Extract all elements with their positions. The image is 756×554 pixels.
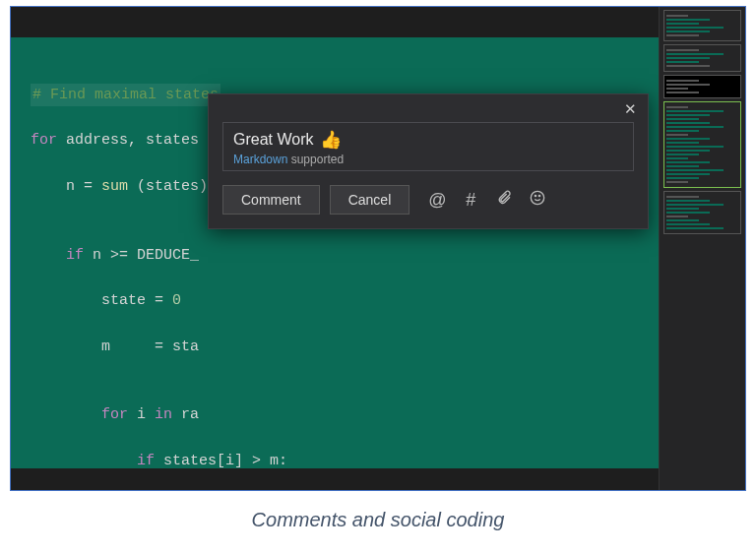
svg-point-0 (532, 191, 544, 204)
svg-point-1 (536, 195, 536, 196)
svg-point-2 (539, 195, 540, 196)
minimap-section[interactable] (663, 44, 741, 72)
comment-button[interactable]: Comment (222, 185, 320, 215)
close-icon[interactable]: ✕ (620, 100, 640, 120)
minimap-section-active[interactable] (663, 101, 741, 188)
code-comment: # Find maximal states (31, 84, 220, 106)
minimap-section[interactable] (663, 75, 741, 98)
minimap-section[interactable] (663, 10, 741, 41)
markdown-link[interactable]: Markdown (233, 153, 287, 166)
code-editor[interactable]: # Find maximal states for address, state… (11, 7, 659, 490)
hash-icon[interactable]: # (461, 190, 480, 211)
figure-caption: Comments and social coding (0, 495, 756, 531)
comment-popup: ✕ Great Work 👍 Markdown supported Commen… (208, 93, 649, 229)
mention-icon[interactable]: @ (427, 190, 447, 211)
minimap[interactable] (659, 7, 745, 490)
minimap-section[interactable] (663, 191, 741, 234)
markdown-hint: Markdown supported (233, 153, 623, 166)
screenshot-frame: # Find maximal states for address, state… (10, 6, 746, 491)
cancel-button[interactable]: Cancel (330, 185, 410, 215)
emoji-icon[interactable] (528, 190, 547, 211)
comment-input[interactable]: Great Work 👍 Markdown supported (222, 122, 634, 171)
attachment-icon[interactable] (494, 190, 514, 211)
comment-text: Great Work (233, 131, 314, 149)
code-block: # Find maximal states for address, state… (11, 7, 659, 490)
thumbs-up-icon: 👍 (320, 129, 342, 151)
